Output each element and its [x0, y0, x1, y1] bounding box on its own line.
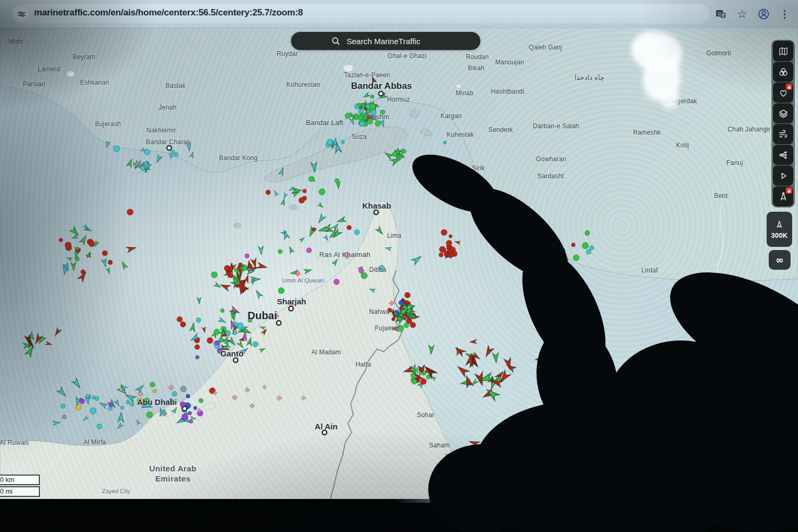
toolbar-layers-button[interactable] [773, 103, 793, 123]
vessel-marker[interactable] [332, 222, 339, 230]
vessel-marker[interactable] [259, 325, 265, 330]
vessel-marker[interactable] [130, 402, 134, 406]
vessel-marker[interactable] [560, 252, 565, 257]
vessel-marker[interactable] [232, 330, 238, 335]
vessel-marker[interactable] [236, 268, 241, 276]
vessel-marker[interactable] [237, 328, 244, 334]
vessel-marker[interactable] [108, 260, 112, 264]
vessel-marker[interactable] [87, 251, 92, 258]
toolbar-wind-button[interactable] [773, 124, 793, 144]
vessel-marker[interactable] [144, 161, 149, 166]
vessel-marker[interactable] [439, 246, 446, 253]
vessel-marker[interactable] [385, 246, 392, 251]
toolbar-routes-button[interactable] [773, 145, 793, 165]
vessel-marker[interactable] [396, 316, 405, 325]
vessel-marker[interactable] [290, 270, 298, 276]
vessel-marker[interactable] [674, 461, 683, 472]
search-input[interactable] [346, 36, 441, 46]
vessel-marker[interactable] [393, 148, 402, 157]
vessel-marker[interactable] [237, 323, 244, 329]
vessel-marker[interactable] [460, 379, 470, 386]
vessel-marker[interactable] [400, 303, 411, 312]
vessel-marker[interactable] [406, 301, 411, 306]
vessel-marker[interactable] [399, 318, 402, 321]
vessel-marker[interactable] [563, 257, 568, 262]
vessel-marker[interactable] [471, 352, 481, 361]
vessel-marker[interactable] [75, 257, 79, 261]
vessel-marker[interactable] [240, 327, 252, 336]
vessel-marker[interactable] [232, 326, 236, 331]
vessel-marker[interactable] [228, 337, 237, 347]
vessel-marker[interactable] [190, 416, 196, 421]
vessel-marker[interactable] [344, 252, 351, 259]
vessel-marker[interactable] [334, 142, 342, 153]
vessel-marker[interactable] [251, 279, 255, 285]
vessel-marker[interactable] [33, 334, 43, 345]
vessel-marker[interactable] [332, 258, 339, 266]
vessel-marker[interactable] [184, 402, 190, 409]
vessel-marker[interactable] [395, 315, 405, 321]
vessel-marker[interactable] [347, 226, 351, 230]
vessel-marker[interactable] [396, 150, 404, 160]
vessel-marker[interactable] [478, 460, 484, 467]
vessel-marker[interactable] [23, 342, 32, 348]
vessel-marker[interactable] [236, 284, 239, 288]
vessel-marker[interactable] [196, 318, 201, 322]
vessel-marker[interactable] [235, 325, 238, 329]
vessel-marker[interactable] [239, 346, 249, 355]
vessel-marker[interactable] [318, 202, 325, 209]
vessel-marker[interactable] [405, 302, 415, 310]
vessel-marker[interactable] [144, 398, 149, 403]
vessel-marker[interactable] [189, 334, 200, 343]
vessel-marker[interactable] [109, 407, 112, 411]
vessel-marker[interactable] [359, 268, 364, 273]
vessel-marker[interactable] [61, 404, 65, 408]
vessel-marker[interactable] [197, 410, 203, 416]
vessel-marker[interactable] [218, 317, 227, 324]
vessel-marker[interactable] [302, 196, 306, 201]
vessel-marker[interactable] [245, 254, 249, 258]
vessel-marker[interactable] [420, 379, 426, 385]
vessel-marker[interactable] [239, 337, 246, 342]
vessel-marker[interactable] [45, 341, 52, 346]
bookmark-star-icon[interactable]: ☆ [735, 7, 749, 21]
vessel-marker[interactable] [239, 265, 245, 273]
vessel-marker[interactable] [358, 113, 369, 125]
vessel-marker[interactable] [185, 403, 190, 409]
vessel-marker[interactable] [215, 340, 220, 345]
vessel-marker[interactable] [326, 227, 334, 233]
vessel-marker[interactable] [195, 355, 199, 359]
vessel-marker[interactable] [410, 364, 419, 376]
vessel-marker[interactable] [87, 239, 93, 245]
vessel-marker[interactable] [390, 326, 399, 331]
vessel-marker[interactable] [136, 419, 141, 425]
vessel-marker[interactable] [363, 121, 368, 126]
vessel-marker[interactable] [369, 108, 373, 113]
vessel-marker[interactable] [445, 453, 450, 459]
vessel-marker[interactable] [348, 112, 356, 119]
vessel-marker[interactable] [397, 325, 404, 331]
browser-menu-icon[interactable]: ⋮ [778, 7, 792, 21]
vessel-marker[interactable] [418, 380, 426, 388]
vessel-marker[interactable] [449, 253, 454, 257]
vessel-marker[interactable] [230, 306, 240, 315]
vessel-marker[interactable] [229, 320, 236, 329]
vessel-marker[interactable] [168, 385, 174, 390]
vessel-marker[interactable] [274, 313, 279, 319]
vessel-marker[interactable] [392, 152, 397, 156]
vessel-marker[interactable] [99, 401, 107, 409]
vessel-marker[interactable] [317, 214, 326, 224]
profile-icon[interactable] [757, 7, 770, 21]
vessel-marker[interactable] [414, 367, 420, 373]
vessel-marker[interactable] [153, 389, 156, 393]
vessel-marker[interactable] [452, 251, 458, 257]
vessel-marker[interactable] [329, 140, 333, 144]
vessel-marker[interactable] [327, 139, 333, 145]
vessel-marker[interactable] [454, 346, 466, 356]
vessel-marker[interactable] [303, 189, 306, 193]
vessel-marker[interactable] [426, 375, 430, 379]
vessel-marker[interactable] [399, 317, 403, 320]
vessel-marker[interactable] [441, 229, 447, 235]
vessel-marker[interactable] [677, 464, 685, 470]
vessel-marker[interactable] [475, 372, 486, 386]
